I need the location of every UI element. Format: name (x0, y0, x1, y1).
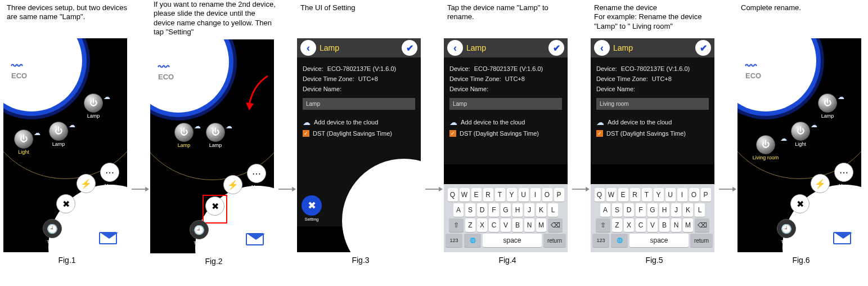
key-space[interactable]: space (483, 234, 542, 247)
key-d[interactable]: D (477, 203, 487, 217)
key-a[interactable]: A (453, 203, 464, 217)
key-y[interactable]: Y (507, 188, 517, 202)
back-button[interactable]: ‹ (594, 40, 610, 56)
key-shift[interactable]: ⇧ (449, 218, 464, 232)
key-c[interactable]: C (636, 218, 646, 232)
device-name-input[interactable] (449, 98, 562, 110)
key-h[interactable]: H (512, 203, 523, 217)
key-e[interactable]: E (618, 188, 628, 202)
key-d[interactable]: D (624, 203, 634, 217)
back-button[interactable]: ‹ (447, 40, 463, 56)
mail-icon[interactable] (833, 232, 851, 244)
key-e[interactable]: E (471, 188, 482, 202)
key-n[interactable]: N (671, 218, 681, 232)
key-return[interactable]: return (543, 234, 566, 247)
key-j[interactable]: J (524, 203, 534, 217)
key-u[interactable]: U (519, 188, 529, 202)
key-shift[interactable]: ⇧ (596, 218, 610, 232)
key-c[interactable]: C (489, 218, 499, 232)
key-z[interactable]: Z (465, 218, 475, 232)
keyboard[interactable]: QWERTYUIOP ASDFGHJKL ⇧ZXCVBNM⌫ 123 🌐 spa… (591, 184, 714, 252)
menu-more[interactable]: ⋯ More (245, 164, 268, 189)
key-l[interactable]: L (695, 203, 705, 217)
device-lamp-selected[interactable]: ⏻ ☁︎ Lamp (173, 123, 195, 149)
key-y[interactable]: Y (654, 188, 664, 202)
menu-timer[interactable]: 🕘 Timer (187, 220, 211, 245)
confirm-button[interactable]: ✔ (402, 40, 417, 56)
key-backspace[interactable]: ⌫ (695, 218, 709, 232)
device-name-input[interactable] (303, 98, 415, 110)
key-s[interactable]: S (465, 203, 475, 217)
key-h[interactable]: H (659, 203, 669, 217)
key-x[interactable]: X (624, 218, 634, 232)
dst-toggle[interactable]: ✓ DST (Daylight Savings Time) (596, 130, 709, 137)
key-j[interactable]: J (671, 203, 681, 217)
key-p[interactable]: P (701, 188, 711, 202)
mail-icon[interactable] (246, 233, 264, 245)
device-lamp[interactable]: ⏻ ☁︎ Lamp (816, 93, 839, 119)
key-t[interactable]: T (495, 188, 505, 202)
device-lamp-other[interactable]: ⏻ ☁︎ Lamp (204, 123, 227, 149)
device-name-input[interactable] (596, 98, 709, 110)
device-light[interactable]: ⏻ ☁︎ Light (12, 129, 35, 155)
key-b[interactable]: B (512, 218, 523, 232)
key-g[interactable]: G (501, 203, 511, 217)
back-button[interactable]: ‹ (300, 40, 316, 56)
key-t[interactable]: T (642, 188, 652, 202)
menu-electric-bill[interactable]: ⚡ Electric Bill (74, 174, 98, 199)
key-return[interactable]: return (690, 234, 713, 247)
key-i[interactable]: I (677, 188, 687, 202)
setting-shortcut[interactable]: ✖ Setting (302, 195, 322, 222)
key-q[interactable]: Q (448, 188, 458, 202)
add-to-cloud[interactable]: ☁︎ Add device to the cloud (303, 118, 415, 127)
key-r[interactable]: R (483, 188, 493, 202)
key-o[interactable]: O (542, 188, 552, 202)
key-i[interactable]: I (530, 188, 541, 202)
add-to-cloud[interactable]: ☁︎ Add device to the cloud (449, 118, 562, 127)
key-v[interactable]: V (501, 218, 511, 232)
device-light[interactable]: ⏻ ☁︎ Light (789, 122, 812, 148)
key-s[interactable]: S (612, 203, 622, 217)
key-k[interactable]: K (683, 203, 693, 217)
dst-toggle[interactable]: ✓ DST (Daylight Savings Time) (303, 130, 415, 137)
key-k[interactable]: K (536, 203, 546, 217)
key-globe[interactable]: 🌐 (611, 234, 628, 247)
keyboard[interactable]: QWERTYUIOP ASDFGHJKL ⇧ZXCVBNM⌫ 123 🌐 spa… (444, 184, 568, 252)
device-lamp-a[interactable]: ⏻ ☁︎ Lamp (82, 93, 105, 119)
key-r[interactable]: R (630, 188, 640, 202)
menu-electric-bill[interactable]: ⚡ Electric Bill (808, 174, 832, 199)
key-123[interactable]: 123 (446, 234, 462, 247)
key-z[interactable]: Z (612, 218, 622, 232)
menu-timer[interactable]: 🕘 Timer (41, 219, 64, 244)
key-a[interactable]: A (600, 203, 610, 217)
key-m[interactable]: M (536, 218, 546, 232)
key-backspace[interactable]: ⌫ (548, 218, 563, 232)
key-m[interactable]: M (683, 218, 693, 232)
confirm-button[interactable]: ✔ (548, 40, 564, 56)
key-p[interactable]: P (554, 188, 564, 202)
key-l[interactable]: L (548, 203, 558, 217)
menu-timer[interactable]: 🕘 Timer (775, 219, 798, 244)
mail-icon[interactable] (99, 232, 117, 244)
menu-setting[interactable]: ✖ Setting (788, 194, 812, 220)
menu-setting[interactable]: ✖ Setting (54, 194, 78, 220)
key-globe[interactable]: 🌐 (464, 234, 481, 247)
key-f[interactable]: F (489, 203, 499, 217)
key-f[interactable]: F (636, 203, 646, 217)
key-w[interactable]: W (460, 188, 470, 202)
add-to-cloud[interactable]: ☁︎ Add device to the cloud (596, 118, 709, 127)
device-living-room[interactable]: ⏻ ☁︎ Living room (750, 135, 781, 161)
key-g[interactable]: G (647, 203, 658, 217)
menu-setting-highlighted[interactable]: ✖ Setting (203, 195, 227, 223)
key-space[interactable]: space (629, 234, 689, 247)
key-v[interactable]: V (647, 218, 658, 232)
key-o[interactable]: O (689, 188, 699, 202)
key-w[interactable]: W (606, 188, 617, 202)
key-b[interactable]: B (659, 218, 669, 232)
key-u[interactable]: U (665, 188, 676, 202)
key-n[interactable]: N (524, 218, 534, 232)
confirm-button[interactable]: ✔ (695, 40, 711, 56)
device-lamp-b[interactable]: ⏻ ☁︎ Lamp (47, 122, 70, 148)
menu-more[interactable]: ⋯ More (98, 163, 122, 188)
key-123[interactable]: 123 (592, 234, 609, 247)
